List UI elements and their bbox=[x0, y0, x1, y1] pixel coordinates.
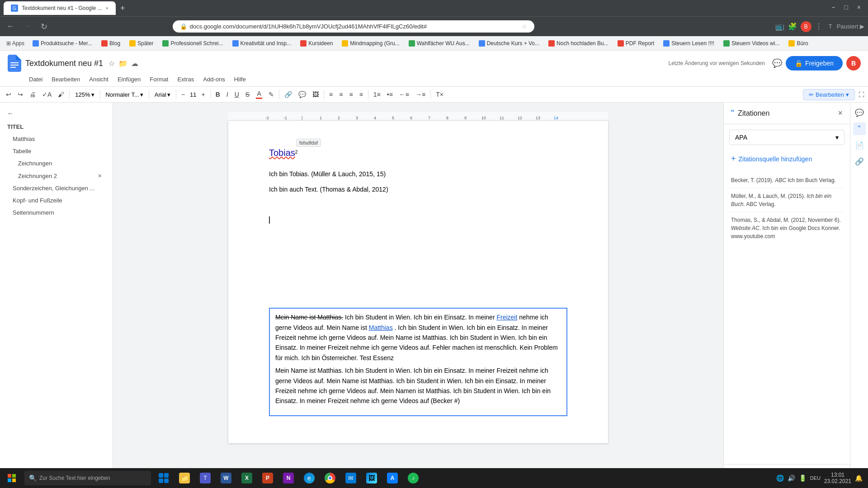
strikethrough-button[interactable]: S bbox=[243, 89, 252, 99]
star-icon[interactable]: ☆ bbox=[522, 23, 527, 30]
maximize-button[interactable]: □ bbox=[840, 2, 851, 13]
underline-button[interactable]: U bbox=[232, 89, 241, 99]
bookmark-kursideen[interactable]: Kursideen bbox=[297, 38, 336, 48]
menu-format[interactable]: Format bbox=[146, 74, 172, 84]
spellcheck-button[interactable]: ✓A bbox=[40, 89, 54, 99]
comment-button[interactable]: 💬 bbox=[296, 89, 308, 99]
notification-icon[interactable]: 🔔 bbox=[855, 474, 863, 482]
system-clock[interactable]: 13:01 23.02.2021 bbox=[824, 472, 851, 484]
taskbar-edge-icon[interactable]: e bbox=[299, 468, 319, 488]
outline-item-zeichnungen2[interactable]: Zeichnungen 2 × bbox=[0, 169, 109, 182]
edit-mode-button[interactable]: ✏ Bearbeiten ▾ bbox=[803, 89, 855, 100]
extensions-icon[interactable]: 🧩 bbox=[788, 22, 797, 31]
settings-icon[interactable]: ⋮ bbox=[815, 22, 822, 31]
sound-icon[interactable]: 🔊 bbox=[788, 474, 795, 482]
bookmark-kreativitaet[interactable]: Kreativität und Insp... bbox=[229, 38, 295, 48]
font-size-increase[interactable]: + bbox=[199, 89, 207, 99]
indent-increase-button[interactable]: →≡ bbox=[413, 89, 428, 99]
undo-button[interactable]: ↩ bbox=[4, 89, 14, 99]
document-title[interactable]: Textdokument neu #1 bbox=[25, 59, 103, 68]
citation-style-dropdown[interactable]: APA ▾ bbox=[729, 130, 844, 145]
bookmark-deutsche-kurs[interactable]: Deutsche Kurs + Vo... bbox=[475, 38, 543, 48]
taskbar-email-icon[interactable]: ✉ bbox=[341, 468, 361, 488]
reload-button[interactable]: ↻ bbox=[38, 20, 50, 33]
taskbar-view-icon[interactable] bbox=[154, 468, 174, 488]
translate-icon[interactable]: T bbox=[829, 23, 832, 30]
taskbar-excel-icon[interactable]: X bbox=[237, 468, 257, 488]
profile-icon[interactable]: B bbox=[801, 21, 811, 32]
last-saved-link[interactable]: Letzte Änderung vor wenigen Sekunden bbox=[668, 60, 765, 66]
menu-datei[interactable]: Datei bbox=[25, 74, 46, 84]
menu-bearbeiten[interactable]: Bearbeiten bbox=[48, 74, 84, 84]
expand-icon[interactable]: ⛶ bbox=[859, 91, 864, 98]
battery-icon[interactable]: 🔋 bbox=[799, 474, 807, 482]
minimize-button[interactable]: − bbox=[828, 2, 839, 13]
bookmark-mindmapping[interactable]: Mindmapping (Gru... bbox=[338, 38, 403, 48]
active-tab[interactable]: G Textdokument neu #1 - Google ... × bbox=[4, 1, 116, 15]
bookmark-steuern-lesen[interactable]: Steuern Lesen !!!! bbox=[660, 38, 718, 48]
taskbar-word-icon[interactable]: W bbox=[216, 468, 236, 488]
text-cursor[interactable] bbox=[269, 216, 567, 226]
citations-edge-icon[interactable]: " bbox=[853, 122, 866, 135]
paint-format-button[interactable]: 🖌 bbox=[56, 89, 66, 99]
chat-edge-icon[interactable]: 💬 bbox=[853, 106, 866, 119]
citations-close-button[interactable]: × bbox=[838, 108, 843, 118]
apps-bookmark[interactable]: ⊞ Apps bbox=[4, 39, 27, 47]
taskbar-teams-icon[interactable]: T bbox=[195, 468, 215, 488]
bookmark-spaeter[interactable]: Später bbox=[126, 38, 157, 48]
bookmark-pdf[interactable]: PDF Report bbox=[614, 38, 658, 48]
taskbar-powerpoint-icon[interactable]: P bbox=[258, 468, 278, 488]
outline-item-sonderzeichen[interactable]: Sonderzeichen, Gleichungen ... bbox=[0, 182, 109, 194]
taskbar-anki-icon[interactable]: A bbox=[382, 468, 402, 488]
outline-item-titel[interactable]: TITEL bbox=[0, 121, 109, 133]
list-ordered-button[interactable]: 1≡ bbox=[371, 89, 383, 99]
matthias-link[interactable]: Matthias bbox=[369, 324, 393, 331]
new-tab-button[interactable]: + bbox=[118, 4, 128, 13]
taskbar-search[interactable]: 🔍 Zur Suche Text hier eingeben bbox=[24, 471, 151, 485]
bookmark-blog[interactable]: Blog bbox=[98, 38, 124, 48]
outline-item-zeichnungen[interactable]: Zeichnungen bbox=[0, 157, 109, 169]
outline-item-tabelle[interactable]: Tabelle bbox=[0, 145, 109, 157]
pause-btn[interactable]: Pausiert ▶ bbox=[837, 23, 864, 30]
outline-item-seitennummern[interactable]: Seitennummern bbox=[0, 206, 109, 219]
menu-addons[interactable]: Add-ons bbox=[199, 74, 228, 84]
font-color-button[interactable]: A bbox=[254, 89, 264, 100]
star-title-icon[interactable]: ☆ bbox=[108, 59, 115, 68]
folder-icon[interactable]: 📁 bbox=[118, 59, 127, 68]
zoom-dropdown[interactable]: 125% ▾ bbox=[72, 90, 97, 99]
taskbar-chrome-icon[interactable] bbox=[320, 468, 340, 488]
list-bullet-button[interactable]: •≡ bbox=[385, 89, 395, 99]
style-dropdown[interactable]: Normaler T... ▾ bbox=[103, 90, 146, 99]
taskbar-onenote-icon[interactable]: N bbox=[278, 468, 298, 488]
italic-button[interactable]: I bbox=[224, 89, 231, 99]
bookmark-hochladen[interactable]: Noch hochladen Bu... bbox=[545, 38, 612, 48]
template-edge-icon[interactable]: 📄 bbox=[853, 139, 866, 151]
menu-einfuegen[interactable]: Einfügen bbox=[114, 74, 144, 84]
taskbar-explorer-icon[interactable]: 📁 bbox=[175, 468, 194, 488]
forward-button[interactable]: → bbox=[21, 20, 34, 33]
align-center-button[interactable]: ≡ bbox=[337, 89, 345, 99]
add-source-button[interactable]: + Zitationsquelle hinzufügen bbox=[729, 150, 844, 167]
align-justify-button[interactable]: ≡ bbox=[357, 89, 365, 99]
start-button[interactable] bbox=[2, 468, 22, 488]
share-button[interactable]: 🔒 Freigeben bbox=[786, 56, 843, 70]
highlight-button[interactable]: ✎ bbox=[266, 89, 276, 99]
font-dropdown[interactable]: Arial ▾ bbox=[152, 90, 173, 99]
taskbar-photos-icon[interactable]: 🖼 bbox=[362, 468, 382, 488]
image-button[interactable]: 🖼 bbox=[310, 89, 321, 99]
redo-button[interactable]: ↪ bbox=[15, 89, 25, 99]
freizeit-link[interactable]: Freizeit bbox=[496, 314, 517, 321]
taskbar-spotify-icon[interactable]: ♪ bbox=[403, 468, 423, 488]
user-avatar[interactable]: B bbox=[846, 56, 861, 70]
align-left-button[interactable]: ≡ bbox=[327, 89, 335, 99]
network-icon[interactable]: 🌐 bbox=[776, 474, 784, 482]
last-saved-text[interactable]: Letzte Änderung vor wenigen Sekunden bbox=[668, 60, 765, 66]
close-button[interactable]: × bbox=[854, 2, 864, 13]
address-bar[interactable]: 🔒 docs.google.com/document/d/1hUH8k6h7Lb… bbox=[173, 20, 534, 33]
bookmark-buero[interactable]: Büro bbox=[785, 38, 811, 48]
bookmark-professionell[interactable]: Professionell Schrei... bbox=[159, 38, 226, 48]
clear-format-button[interactable]: T× bbox=[434, 89, 446, 99]
menu-ansicht[interactable]: Ansicht bbox=[85, 74, 112, 84]
outline-item-matthias[interactable]: Matthias bbox=[0, 133, 109, 145]
menu-hilfe[interactable]: Hilfe bbox=[231, 74, 250, 84]
